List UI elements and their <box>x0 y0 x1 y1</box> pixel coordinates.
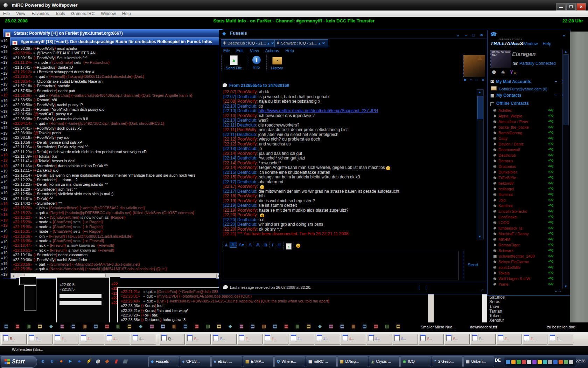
tab-close-icon[interactable]: ✕ <box>322 41 325 45</box>
contact-row[interactable]: ❋DeathclubICQ <box>488 152 562 158</box>
contact-row[interactable]: ❋Alpha_WelpieICQ <box>488 113 562 118</box>
collapse-group-icon[interactable]: ‒ <box>490 102 494 106</box>
menu-item-help[interactable]: Help <box>122 11 131 16</box>
mail-account-item[interactable]: GothicFurry@yahoo.com (0) <box>491 86 547 91</box>
format-button-7[interactable]: U <box>276 242 284 248</box>
fussels-menu-edit[interactable]: Edit <box>236 48 244 53</box>
desktop-icon[interactable]: ▤ <box>339 323 346 329</box>
trillian-contact-window[interactable]: ☎CERULEAN STUDIOSTRILLIANPRO3 ⌄ Trillian… <box>487 30 570 296</box>
offline-contacts-group[interactable]: ‒Offline Contacts <box>490 101 529 106</box>
language-indicator[interactable]: DE <box>495 358 501 363</box>
contact-list[interactable]: ❋AchillesICQ❋Alpha_WelpieICQ❋Atmozfear /… <box>488 107 562 287</box>
contacts-header[interactable]: ▥My Contacts ‒ ✕ <box>488 93 569 98</box>
switchbar-button[interactable]: #... <box>522 334 547 345</box>
close-button[interactable]: ✕ <box>576 3 586 11</box>
channel-chat-log[interactable]: «20:58:09» {+PoorWolfy} muahahaha«20:59:… <box>10 45 222 273</box>
contact-row[interactable]: ❋hellangelICQ <box>488 186 562 191</box>
switchbar-button[interactable]: #... <box>315 334 340 345</box>
task-button-fussels[interactable]: ◆Fussels <box>148 356 179 367</box>
task-button-cpu3-[interactable]: eCPU3... <box>180 356 211 367</box>
display-icon[interactable]: ▣ <box>121 357 129 365</box>
maximize-icon[interactable]: □ <box>472 33 475 38</box>
contact-row[interactable]: ❋TokalaICQ <box>488 270 562 275</box>
scrollbar-thumb[interactable] <box>477 96 483 119</box>
tray-icon[interactable] <box>543 360 547 364</box>
player-icon[interactable]: ● <box>76 357 83 365</box>
trillian-menu-trillian[interactable]: Trillian <box>492 41 504 46</box>
format-button-6[interactable]: I <box>270 242 276 248</box>
menu-item-favorites[interactable]: Favorites <box>31 11 49 16</box>
desktop-icon[interactable]: ▤ <box>305 323 312 329</box>
desktop-icon[interactable]: ▥ <box>115 323 122 329</box>
contact-row[interactable]: ❋backe_the_backeICQ <box>488 124 562 130</box>
nicklist-item[interactable]: Token <box>489 313 542 318</box>
insert-image-button[interactable]: ▴ <box>284 242 294 250</box>
scroll-down-icon[interactable]: ▼ <box>563 285 569 288</box>
scroll-up-icon[interactable]: ▲ <box>563 50 569 53</box>
ie-icon[interactable]: e <box>39 357 47 365</box>
task-button-ebay-[interactable]: eeBay: ... <box>211 356 242 367</box>
desktop-file-label[interactable]: downloaden!.txt <box>470 325 497 329</box>
media-player-icon[interactable]: ► <box>66 357 74 365</box>
task-button-unben-[interactable]: ▤Unben... <box>463 356 494 367</box>
ie-icon[interactable]: e <box>48 357 56 365</box>
switchbar-button[interactable]: #... <box>444 334 470 345</box>
desktop-file-label[interactable]: Smaller Micro Nud... <box>421 325 456 329</box>
contact-row[interactable]: ❋DraconiusICQ <box>488 163 562 169</box>
maximize-button[interactable]: ❐ <box>566 3 576 11</box>
contact-row[interactable]: ❋JojoICQ <box>488 197 562 203</box>
task-button-icq[interactable]: ❀ICQ <box>400 356 431 367</box>
scroll-up-icon[interactable]: ▲ <box>477 90 483 94</box>
contact-row[interactable]: ❋LODOICQ <box>488 219 562 225</box>
desktop-icon[interactable]: ▤ <box>272 323 279 329</box>
switchbar-button[interactable]: #... <box>211 334 237 345</box>
task-button-wolfenstein[interactable]: Wolfenstein (Sin... <box>12 347 43 352</box>
fussels-menu-file[interactable]: File <box>223 48 230 53</box>
switchbar-button[interactable]: #... <box>237 334 262 345</box>
desktop-icon[interactable]: ▥ <box>204 323 211 329</box>
scrollbar-thumb[interactable] <box>564 54 569 125</box>
contact-row[interactable]: ❋CattyICQ <box>488 135 562 141</box>
contact-row[interactable]: ❋hektor88ICQ <box>488 180 562 186</box>
desktop-icon[interactable]: ▤ <box>70 323 77 329</box>
contact-row[interactable]: ❋Lincoln Six-EchoICQ <box>488 208 562 214</box>
tray-icon[interactable] <box>522 360 526 364</box>
trillian-menu-help[interactable]: Help <box>542 41 551 46</box>
collapse-icon[interactable]: ⌄ <box>562 32 566 38</box>
desktop-icon[interactable]: ▦ <box>14 323 21 329</box>
info-button[interactable]: iInfo <box>248 55 265 70</box>
desktop-icon[interactable]: ◆ <box>316 323 323 329</box>
desktop-icon[interactable]: ▦ <box>238 323 245 329</box>
contact-row[interactable]: ❋KardinalICQ <box>488 203 562 208</box>
switchbar-button[interactable]: #... <box>79 334 104 345</box>
tab-pop-icon[interactable]: ▴ <box>318 41 320 45</box>
tray-icon[interactable] <box>559 360 563 364</box>
nicklist-item[interactable]: Taavi <box>489 304 542 309</box>
contact-row[interactable]: ❋DeamonwolfICQ <box>488 146 562 152</box>
insert-emoticon-button[interactable]: ☺ <box>294 242 302 248</box>
contact-row[interactable]: ❋Atmozfear / PeterICQ <box>488 118 562 124</box>
contact-scrollbar[interactable]: ▲ ▼ <box>562 49 569 288</box>
tab-schwarz[interactable]: ❋Schwarz : ICQ - 21...▴✕ <box>274 39 328 47</box>
contact-row[interactable]: ❋SchwarzICQ <box>488 247 562 253</box>
contact-row[interactable]: ❋BambiGorengICQ <box>488 130 562 135</box>
menu-item-tools[interactable]: Tools <box>55 11 65 16</box>
contact-row[interactable]: ❋AchillesICQ <box>488 107 562 113</box>
desktop-icon[interactable]: ▥ <box>81 323 88 329</box>
minimize-icon[interactable]: ‒ <box>465 33 467 38</box>
tray-icon[interactable] <box>527 360 531 364</box>
desktop-icon[interactable]: ▤ <box>216 323 223 329</box>
task-button-mirc-[interactable]: ▤mIRC ... <box>306 356 337 367</box>
task-button-d-eig-[interactable]: ▥D:\Eig... <box>337 356 368 367</box>
switchbar-button[interactable]: #... <box>419 334 444 345</box>
format-button-3[interactable]: A <box>246 242 254 248</box>
desktop-icon[interactable]: ▥ <box>384 323 391 329</box>
desktop-icon[interactable]: ▤ <box>361 323 368 329</box>
tray-icon[interactable] <box>569 360 573 364</box>
format-button-2[interactable]: A▾ <box>236 242 246 248</box>
channel-window-titlebar[interactable]: ▥ #germanyiff [18] [+cnrt]: Der deutschs… <box>10 38 222 46</box>
switchbar-button[interactable]: #... <box>548 334 573 345</box>
nicklist-item[interactable]: Seras <box>489 299 542 304</box>
contact-row[interactable]: ❋Davion / DenizICQ <box>488 141 562 146</box>
menu-item-file[interactable]: File <box>3 11 10 16</box>
